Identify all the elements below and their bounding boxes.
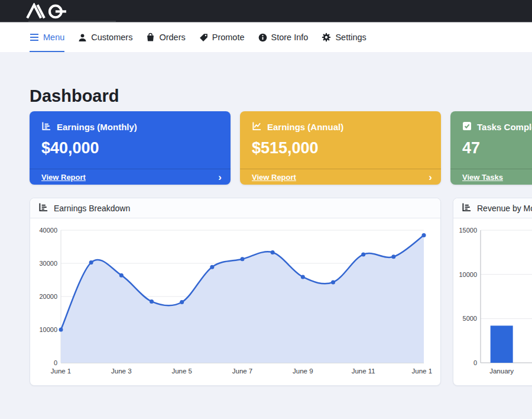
- nav-item-label: Customers: [91, 33, 132, 42]
- svg-text:0: 0: [473, 359, 477, 366]
- topbar: [0, 0, 532, 22]
- nav-item-store-info[interactable]: Store Info: [258, 22, 309, 52]
- chart-body: 010000200003000040000June 1June 3June 5J…: [30, 218, 440, 384]
- user-icon: [78, 33, 87, 42]
- svg-text:0: 0: [54, 359, 57, 366]
- chart-title: Earnings Breakdown: [54, 204, 130, 213]
- chevron-right-icon: ›: [218, 172, 222, 182]
- card-value: $40,000: [30, 133, 231, 157]
- chevron-right-icon: ›: [429, 172, 432, 182]
- footer-link-label: View Tasks: [462, 173, 503, 182]
- svg-text:June 11: June 11: [352, 368, 375, 375]
- svg-text:June 9: June 9: [293, 368, 313, 375]
- card-title: Tasks Completed: [477, 122, 532, 132]
- svg-text:20000: 20000: [39, 293, 57, 300]
- svg-text:June 7: June 7: [232, 368, 253, 375]
- chart-header: Revenue by Month: [453, 198, 532, 218]
- svg-text:June 5: June 5: [171, 368, 192, 375]
- nav-item-label: Menu: [43, 33, 64, 42]
- card-earnings-annual: Earnings (Annual) $515,000 View Report ›: [240, 111, 441, 185]
- summary-cards-row: Earnings (Monthly) $40,000 View Report ›…: [30, 111, 502, 185]
- page-title: Dashboard: [30, 86, 502, 106]
- nav-item-orders[interactable]: Orders: [146, 22, 185, 52]
- view-report-link[interactable]: View Report ›: [240, 169, 441, 185]
- main-content: Dashboard Earnings (Monthly) $40,000 Vie…: [0, 86, 532, 386]
- bar-chart-icon: [38, 202, 48, 214]
- charts-row: Earnings Breakdown 010000200003000040000…: [30, 198, 502, 386]
- card-title-row: Earnings (Annual): [240, 111, 441, 133]
- nav-item-label: Promote: [212, 33, 245, 42]
- svg-text:June 3: June 3: [111, 368, 132, 375]
- svg-text:June 13: June 13: [412, 368, 432, 375]
- revenue-bar-chart: 050001000015000January: [455, 223, 532, 382]
- info-circle-icon: [258, 33, 267, 42]
- card-value: 47: [450, 133, 532, 157]
- check-square-icon: [462, 121, 472, 133]
- tag-icon: [199, 33, 208, 42]
- nav-item-label: Orders: [159, 33, 185, 42]
- svg-text:June 1: June 1: [51, 368, 72, 375]
- hamburger-icon: [30, 33, 39, 41]
- svg-text:10000: 10000: [459, 271, 477, 278]
- card-earnings-monthly: Earnings (Monthly) $40,000 View Report ›: [30, 111, 231, 185]
- svg-text:5000: 5000: [463, 315, 477, 322]
- revenue-by-month-card: Revenue by Month 050001000015000January: [453, 198, 532, 386]
- bar-chart-icon: [462, 202, 472, 214]
- chart-title: Revenue by Month: [477, 204, 532, 213]
- svg-text:40000: 40000: [39, 227, 57, 234]
- earnings-breakdown-card: Earnings Breakdown 010000200003000040000…: [30, 198, 441, 386]
- earnings-line-chart: 010000200003000040000June 1June 3June 5J…: [35, 223, 432, 382]
- view-tasks-link[interactable]: View Tasks: [450, 169, 532, 185]
- nav-item-label: Settings: [335, 33, 366, 42]
- footer-link-label: View Report: [41, 173, 86, 182]
- line-chart-icon: [252, 121, 262, 133]
- chart-header: Earnings Breakdown: [30, 198, 440, 218]
- card-tasks-completed: Tasks Completed 47 View Tasks: [450, 111, 532, 185]
- logo-underline: [28, 21, 116, 22]
- nav-item-customers[interactable]: Customers: [78, 22, 132, 52]
- chart-body: 050001000015000January: [453, 218, 532, 384]
- card-title-row: Earnings (Monthly): [30, 111, 231, 133]
- nav-item-settings[interactable]: Settings: [322, 22, 366, 52]
- main-nav: Menu Customers Orders Promote Store Info…: [0, 22, 532, 52]
- brand-logo[interactable]: [24, 2, 76, 20]
- nav-item-promote[interactable]: Promote: [199, 22, 245, 52]
- svg-text:January: January: [489, 368, 514, 375]
- bar-chart-icon: [41, 121, 51, 133]
- card-title: Earnings (Monthly): [57, 122, 137, 132]
- nav-item-menu[interactable]: Menu: [30, 22, 64, 52]
- svg-text:10000: 10000: [39, 326, 57, 333]
- shopping-bag-icon: [146, 33, 155, 42]
- svg-text:30000: 30000: [39, 260, 57, 267]
- brand-logo-icon: [24, 3, 76, 20]
- view-report-link[interactable]: View Report ›: [30, 169, 231, 185]
- card-value: $515,000: [240, 133, 441, 157]
- footer-link-label: View Report: [252, 173, 296, 182]
- card-title-row: Tasks Completed: [450, 111, 532, 133]
- nav-item-label: Store Info: [271, 33, 309, 42]
- gear-icon: [322, 33, 331, 42]
- card-title: Earnings (Annual): [267, 122, 343, 132]
- svg-text:15000: 15000: [459, 227, 477, 234]
